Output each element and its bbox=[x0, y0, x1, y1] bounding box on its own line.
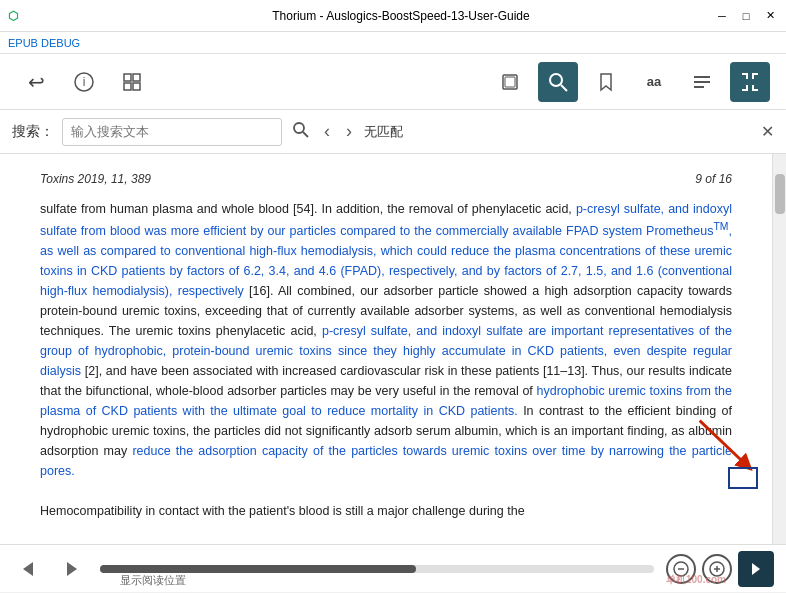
toc-icon bbox=[691, 71, 713, 93]
search-submit-icon bbox=[292, 121, 310, 139]
svg-rect-2 bbox=[124, 74, 131, 81]
toc-button[interactable] bbox=[682, 62, 722, 102]
progress-fill bbox=[100, 565, 416, 573]
svg-rect-12 bbox=[694, 86, 704, 88]
scrollbar[interactable] bbox=[772, 154, 786, 544]
next-page-button[interactable] bbox=[56, 553, 88, 585]
layout-icon bbox=[121, 71, 143, 93]
search-button[interactable] bbox=[538, 62, 578, 102]
progress-bar[interactable] bbox=[100, 565, 654, 573]
svg-rect-7 bbox=[505, 77, 515, 87]
location-label: 显示阅读位置 bbox=[120, 573, 186, 588]
content-text: sulfate from human plasma and whole bloo… bbox=[40, 199, 732, 521]
app-icon-area: ⬡ bbox=[8, 9, 88, 23]
debug-bar: EPUB DEBUG bbox=[0, 32, 786, 54]
search-bar: 搜索： ‹ › 无匹配 ✕ bbox=[0, 110, 786, 154]
blue-text-2: p-cresyl sulfate, and indoxyl sulfate ar… bbox=[40, 324, 732, 378]
search-label: 搜索： bbox=[12, 123, 54, 141]
svg-rect-3 bbox=[133, 74, 140, 81]
blue-text-1: p-cresyl sulfate, and indoxyl sulfate fr… bbox=[40, 202, 732, 298]
svg-line-9 bbox=[561, 85, 567, 91]
toolbar-right: aa bbox=[490, 62, 770, 102]
blue-text-3: hydrophobic uremic toxins from the plasm… bbox=[40, 384, 732, 418]
toolbar: ↩ i bbox=[0, 54, 786, 110]
page-header: Toxins 2019, 11, 389 9 of 16 bbox=[40, 170, 732, 189]
journal-citation: Toxins 2019, 11, 389 bbox=[40, 170, 151, 189]
forward-button[interactable] bbox=[738, 551, 774, 587]
info-icon: i bbox=[73, 71, 95, 93]
content-paragraph-2: Hemocompatibility in contact with the pa… bbox=[40, 501, 732, 521]
svg-point-13 bbox=[294, 123, 304, 133]
maximize-button[interactable]: □ bbox=[738, 8, 754, 24]
main-content: Toxins 2019, 11, 389 9 of 16 sulfate fro… bbox=[0, 154, 786, 544]
blue-text-4: reduce the adsorption capacity of the pa… bbox=[40, 444, 732, 478]
svg-rect-5 bbox=[133, 83, 140, 90]
expand-icon bbox=[739, 71, 761, 93]
toolbar-left: ↩ i bbox=[16, 62, 152, 102]
svg-marker-18 bbox=[67, 562, 77, 576]
prev-arrow-icon bbox=[19, 560, 37, 578]
search-submit-button[interactable] bbox=[290, 119, 312, 145]
debug-label: EPUB DEBUG bbox=[8, 37, 80, 49]
svg-rect-10 bbox=[694, 76, 710, 78]
highlight-box bbox=[728, 467, 758, 489]
window-title: Thorium - Auslogics-BoostSpeed-13-User-G… bbox=[88, 9, 714, 23]
next-arrow-icon bbox=[63, 560, 81, 578]
fullscreen-button[interactable] bbox=[490, 62, 530, 102]
svg-text:i: i bbox=[83, 75, 86, 89]
window-controls: ─ □ ✕ bbox=[714, 8, 778, 24]
page-inner: Toxins 2019, 11, 389 9 of 16 sulfate fro… bbox=[0, 154, 772, 544]
font-button[interactable]: aa bbox=[634, 62, 674, 102]
bookmark-icon bbox=[595, 71, 617, 93]
svg-rect-11 bbox=[694, 81, 710, 83]
back-button[interactable]: ↩ bbox=[16, 62, 56, 102]
search-next-button[interactable]: › bbox=[342, 119, 356, 144]
fullscreen-icon bbox=[499, 71, 521, 93]
content-paragraph-1: sulfate from human plasma and whole bloo… bbox=[40, 199, 732, 481]
layout-button[interactable] bbox=[112, 62, 152, 102]
expand-button[interactable] bbox=[730, 62, 770, 102]
title-bar: ⬡ Thorium - Auslogics-BoostSpeed-13-User… bbox=[0, 0, 786, 32]
search-no-match: 无匹配 bbox=[364, 123, 403, 141]
svg-line-14 bbox=[303, 132, 308, 137]
page-content: Toxins 2019, 11, 389 9 of 16 sulfate fro… bbox=[0, 154, 772, 544]
svg-point-8 bbox=[550, 74, 562, 86]
svg-line-16 bbox=[700, 421, 747, 465]
search-input[interactable] bbox=[62, 118, 282, 146]
search-prev-button[interactable]: ‹ bbox=[320, 119, 334, 144]
svg-marker-17 bbox=[23, 562, 33, 576]
forward-arrow-icon bbox=[748, 561, 764, 577]
close-button[interactable]: ✕ bbox=[762, 8, 778, 24]
prev-page-button[interactable] bbox=[12, 553, 44, 585]
svg-rect-4 bbox=[124, 83, 131, 90]
scroll-thumb[interactable] bbox=[775, 174, 785, 214]
bookmark-button[interactable] bbox=[586, 62, 626, 102]
font-label: aa bbox=[647, 74, 661, 89]
watermark: 单机100.com bbox=[666, 573, 726, 587]
search-icon bbox=[547, 71, 569, 93]
svg-marker-24 bbox=[752, 563, 760, 575]
search-close-button[interactable]: ✕ bbox=[761, 122, 774, 141]
minimize-button[interactable]: ─ bbox=[714, 8, 730, 24]
bottom-bar: 显示阅读位置 单机100.com bbox=[0, 544, 786, 592]
page-number: 9 of 16 bbox=[695, 170, 732, 189]
info-button[interactable]: i bbox=[64, 62, 104, 102]
